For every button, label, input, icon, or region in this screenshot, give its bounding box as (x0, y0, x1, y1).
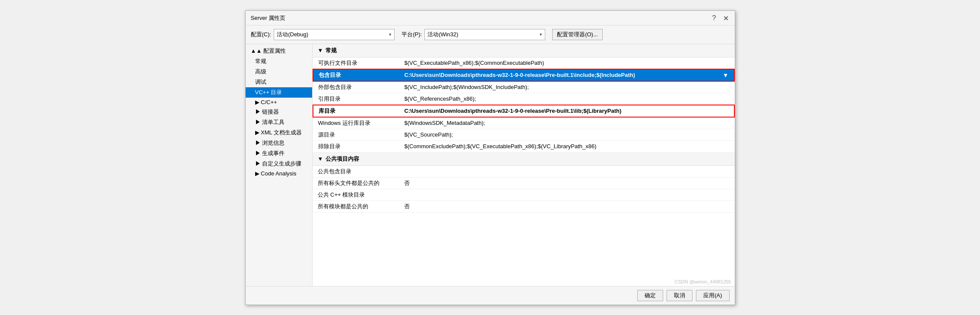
sidebar-root-arrow: ▲ (251, 48, 256, 54)
prop-value: $(WindowsSDK_MetadataPath); (399, 117, 734, 129)
prop-name: 可执行文件目录 (313, 57, 399, 69)
sidebar-linker-label: ▶ 链接器 (255, 108, 279, 116)
sidebar-item-general[interactable]: 常规 (246, 56, 312, 67)
help-button[interactable]: ? (711, 14, 717, 22)
prop-value (399, 166, 735, 178)
section-public-header: ▼ 公共项目内容 (313, 153, 735, 166)
platform-select-wrapper: 活动(Win32) (424, 29, 545, 40)
table-row[interactable]: 公共 C++ 模块目录 (313, 189, 735, 200)
table-row[interactable]: 包含目录 C:\Users\sun\Downloads\pthreads-w32… (313, 69, 734, 81)
platform-label: 平台(P): (401, 31, 422, 38)
sidebar-item-browse[interactable]: ▶ 浏览信息 (246, 138, 312, 148)
sidebar-item-vc-dirs[interactable]: VC++ 目录 (246, 87, 312, 98)
sidebar-custom-build-label: ▶ 自定义生成步骤 (255, 160, 302, 168)
prop-value: $(VC_ReferencesPath_x86); (399, 93, 734, 105)
ok-button[interactable]: 确定 (637, 290, 663, 301)
content-area: ▲ ▲ 配置属性 常规 高级 调试 VC++ 目录 ▶ C/C++ ▶ 链接器 (246, 44, 735, 286)
public-table: 公共包含目录 所有标头文件都是公共的 否 公共 C++ 模块目录 所有模块都是公… (313, 166, 735, 213)
prop-value: $(VC_ExecutablePath_x86);$(CommonExecuta… (399, 57, 734, 69)
dialog: Server 属性页 ? ✕ 配置(C): 活动(Debug) 平台(P): 活… (245, 10, 735, 305)
table-row[interactable]: 源目录 $(VC_SourcePath); (313, 129, 734, 140)
prop-name: 包含目录 (313, 69, 399, 81)
sidebar-root[interactable]: ▲ ▲ 配置属性 (246, 46, 312, 56)
sidebar-xml-label: ▶ XML 文档生成器 (255, 129, 302, 137)
table-row[interactable]: Windows 运行库目录 $(WindowsSDK_MetadataPath)… (313, 117, 734, 129)
table-row[interactable]: 排除目录 $(CommonExcludePath);$(VC_Executabl… (313, 140, 734, 152)
section-general-header: ▼ 常规 (313, 44, 735, 57)
table-row[interactable]: 引用目录 $(VC_ReferencesPath_x86); (313, 93, 734, 105)
table-row[interactable]: 所有标头文件都是公共的 否 (313, 177, 735, 189)
sidebar-root-label: ▲ 配置属性 (256, 47, 285, 55)
table-row[interactable]: 公共包含目录 (313, 166, 735, 178)
sidebar-debug-label: 调试 (255, 78, 266, 86)
prop-value: $(VC_IncludePath);$(WindowsSDK_IncludePa… (399, 81, 734, 93)
prop-name: Windows 运行库目录 (313, 117, 399, 129)
main-panel: ▼ 常规 可执行文件目录 $(VC_ExecutablePath_x86);$(… (313, 44, 735, 286)
toolbar: 配置(C): 活动(Debug) 平台(P): 活动(Win32) 配置管理器(… (246, 25, 735, 44)
section-general-arrow: ▼ (318, 47, 323, 54)
prop-name: 公共 C++ 模块目录 (313, 189, 399, 200)
sidebar-item-cpp[interactable]: ▶ C/C++ (246, 98, 312, 107)
sidebar-vc-dirs-label: VC++ 目录 (255, 89, 282, 96)
table-row[interactable]: 可执行文件目录 $(VC_ExecutablePath_x86);$(Commo… (313, 57, 734, 69)
sidebar-item-advanced[interactable]: 高级 (246, 67, 312, 77)
prop-name: 所有模块都是公共的 (313, 200, 399, 212)
prop-name: 库目录 (313, 105, 399, 117)
sidebar-item-code-analysis[interactable]: ▶ Code Analysis (246, 169, 312, 178)
sidebar-browse-label: ▶ 浏览信息 (255, 139, 285, 147)
sidebar-item-custom-build[interactable]: ▶ 自定义生成步骤 (246, 159, 312, 169)
sidebar-general-label: 常规 (255, 57, 266, 65)
sidebar-cpp-label: ▶ C/C++ (255, 99, 277, 105)
table-row[interactable]: 库目录 C:\Users\sun\Downloads\pthreads-w32-… (313, 105, 734, 117)
sidebar-item-linker[interactable]: ▶ 链接器 (246, 107, 312, 117)
title-bar-actions: ? ✕ (711, 14, 730, 22)
sidebar-code-analysis-label: ▶ Code Analysis (255, 170, 297, 177)
prop-value (399, 189, 735, 200)
apply-button[interactable]: 应用(A) (696, 290, 729, 301)
cancel-button[interactable]: 取消 (667, 290, 692, 301)
footer: 确定 取消 应用(A) (246, 286, 735, 305)
sidebar: ▲ ▲ 配置属性 常规 高级 调试 VC++ 目录 ▶ C/C++ ▶ 链接器 (246, 44, 313, 286)
watermark: CSDN @weixin_44981255 (674, 279, 731, 284)
dialog-title: Server 属性页 (251, 14, 286, 22)
sidebar-advanced-label: 高级 (255, 68, 266, 76)
sidebar-manifest-label: ▶ 清单工具 (255, 118, 285, 126)
table-row[interactable]: 外部包含目录 $(VC_IncludePath);$(WindowsSDK_In… (313, 81, 734, 93)
prop-name: 外部包含目录 (313, 81, 399, 93)
prop-value: $(CommonExcludePath);$(VC_ExecutablePath… (399, 140, 734, 152)
prop-value: $(VC_SourcePath); (399, 129, 734, 140)
table-row[interactable]: 所有模块都是公共的 否 (313, 200, 735, 212)
prop-name: 排除目录 (313, 140, 399, 152)
section-general-label: 常规 (326, 47, 337, 54)
prop-name: 所有标头文件都是公共的 (313, 177, 399, 189)
config-select-wrapper: 活动(Debug) (274, 29, 395, 40)
config-label: 配置(C): (251, 31, 272, 38)
prop-name: 公共包含目录 (313, 166, 399, 178)
sidebar-item-build-events[interactable]: ▶ 生成事件 (246, 148, 312, 159)
sidebar-item-xml[interactable]: ▶ XML 文档生成器 (246, 127, 312, 138)
config-group: 配置(C): 活动(Debug) (251, 29, 395, 40)
platform-group: 平台(P): 活动(Win32) (401, 29, 545, 40)
prop-value: 否 (399, 200, 735, 212)
prop-value: C:\Users\sun\Downloads\pthreads-w32-1-9-… (399, 69, 734, 81)
general-table: 可执行文件目录 $(VC_ExecutablePath_x86);$(Commo… (313, 57, 735, 153)
config-select[interactable]: 活动(Debug) (274, 29, 395, 40)
close-button[interactable]: ✕ (722, 14, 730, 22)
section-public-label: 公共项目内容 (326, 155, 359, 163)
platform-select[interactable]: 活动(Win32) (424, 29, 545, 40)
title-bar: Server 属性页 ? ✕ (246, 11, 735, 25)
prop-value: C:\Users\sun\Downloads\pthreads-w32-1-9-… (399, 105, 734, 117)
sidebar-item-debug[interactable]: 调试 (246, 77, 312, 87)
section-public-arrow: ▼ (318, 156, 323, 162)
sidebar-item-manifest[interactable]: ▶ 清单工具 (246, 117, 312, 127)
config-manager-button[interactable]: 配置管理器(O)... (552, 29, 603, 40)
prop-name: 引用目录 (313, 93, 399, 105)
sidebar-build-events-label: ▶ 生成事件 (255, 150, 285, 157)
prop-value: 否 (399, 177, 735, 189)
prop-name: 源目录 (313, 129, 399, 140)
